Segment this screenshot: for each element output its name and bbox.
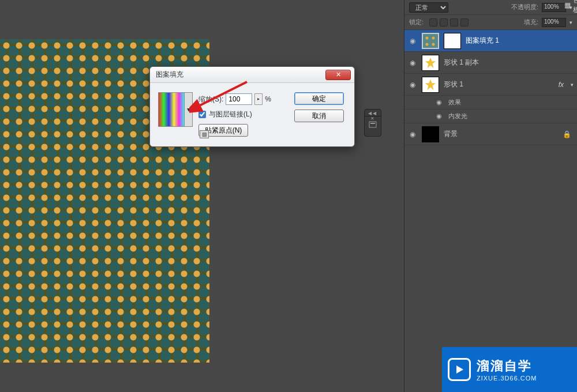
visibility-toggle[interactable]: ◉	[434, 99, 444, 106]
new-preset-icon[interactable]: ▧	[200, 130, 209, 138]
side-dock[interactable]: ◀◀ ✕	[364, 109, 381, 137]
svg-marker-4	[425, 79, 436, 89]
fx-expand-icon[interactable]: ▾	[571, 82, 574, 88]
layer-thumb[interactable]	[422, 33, 439, 49]
lock-all-icon[interactable]	[460, 18, 469, 27]
pattern-picker[interactable]: ▾	[158, 92, 193, 127]
layer-row[interactable]: ◉ 背景 🔒	[404, 123, 577, 145]
dialog-title: 图案填充	[156, 70, 183, 80]
effects-header[interactable]: ◉ 效果	[404, 96, 577, 110]
layer-name[interactable]: 形状 1	[444, 80, 554, 89]
swatches-icon: ▦	[564, 1, 571, 9]
layers-list: ◉ 图案填充 1 ◉ 形状 1 副本 ◉ 形状 1 fx ▾ ◉ 效果 ◉	[404, 30, 577, 145]
lock-position-icon[interactable]	[450, 18, 458, 27]
watermark-logo	[448, 358, 471, 381]
close-icon: ✕	[336, 71, 341, 78]
link-with-layer-label: 与图层链接(L)	[209, 110, 252, 119]
link-with-layer-row[interactable]: 与图层链接(L)	[198, 110, 288, 119]
panel-side-label: 色板	[573, 0, 577, 15]
fill-chevron-icon[interactable]: ▾	[569, 20, 572, 25]
effect-item[interactable]: ◉ 内发光	[404, 110, 577, 123]
link-with-layer-checkbox[interactable]	[198, 111, 206, 118]
lock-pixels-icon[interactable]	[440, 18, 448, 27]
lock-icon: 🔒	[563, 130, 571, 138]
visibility-toggle[interactable]: ◉	[408, 81, 417, 89]
layer-name[interactable]: 形状 1 副本	[444, 58, 574, 67]
scale-input[interactable]	[226, 93, 252, 105]
dialog-titlebar[interactable]: 图案填充 ✕	[150, 67, 354, 83]
pattern-fill-dialog: 图案填充 ✕ ▾ 缩放(S): ▸ % 与图层链接(L) 贴紧原点(N)	[149, 66, 355, 147]
pattern-dropdown-button[interactable]: ▾	[184, 93, 192, 126]
fill-label: 填充:	[524, 18, 538, 27]
scale-unit: %	[265, 95, 271, 103]
scale-spinner[interactable]: ▸	[254, 93, 263, 105]
watermark: 溜溜自学 ZIXUE.3D66.COM	[442, 347, 577, 392]
svg-marker-3	[425, 57, 436, 67]
scale-row: 缩放(S): ▸ %	[198, 93, 288, 105]
watermark-url: ZIXUE.3D66.COM	[477, 375, 537, 382]
panel-side-tab[interactable]: ▦ 色板	[562, 0, 577, 10]
layer-row[interactable]: ◉ 形状 1 fx ▾	[404, 74, 577, 96]
svg-marker-5	[456, 365, 463, 374]
dock-collapse[interactable]: ◀◀ ✕	[365, 111, 381, 116]
fx-badge[interactable]: fx	[559, 81, 564, 89]
canvas-area	[0, 0, 394, 392]
layer-name[interactable]: 图案填充 1	[466, 36, 574, 46]
panel-top-row: 正常 不透明度: 100% ▾	[404, 0, 577, 15]
layer-row[interactable]: ◉ 图案填充 1	[404, 30, 577, 52]
visibility-toggle[interactable]: ◉	[408, 37, 417, 45]
effects-label: 效果	[448, 98, 461, 107]
blend-mode-select[interactable]: 正常	[409, 2, 448, 13]
effect-name: 内发光	[448, 112, 467, 120]
lock-label: 锁定:	[409, 18, 424, 27]
lock-buttons	[429, 18, 469, 27]
layer-mask-thumb[interactable]	[444, 33, 461, 49]
visibility-toggle[interactable]: ◉	[408, 130, 417, 138]
scale-label: 缩放(S):	[198, 95, 223, 104]
layer-thumb[interactable]	[422, 55, 439, 71]
layer-row[interactable]: ◉ 形状 1 副本	[404, 52, 577, 74]
visibility-toggle[interactable]: ◉	[408, 59, 417, 67]
layer-name[interactable]: 背景	[444, 129, 558, 139]
layer-thumb[interactable]	[422, 126, 439, 142]
panel-lock-row: 锁定: 填充: 100% ▾	[404, 15, 577, 30]
layer-thumb[interactable]	[422, 77, 439, 93]
cancel-button[interactable]: 取消	[294, 110, 344, 122]
chevron-down-icon: ▾	[187, 105, 190, 114]
ok-button[interactable]: 确定	[294, 92, 344, 105]
opacity-label: 不透明度:	[511, 3, 538, 12]
fill-input[interactable]: 100%	[542, 18, 566, 27]
dock-icon[interactable]	[365, 120, 381, 129]
lock-transparent-icon[interactable]	[429, 18, 437, 27]
dialog-close-button[interactable]: ✕	[325, 70, 351, 80]
visibility-toggle[interactable]: ◉	[434, 112, 444, 120]
svg-rect-0	[369, 122, 376, 127]
svg-rect-1	[370, 123, 375, 124]
watermark-title: 溜溜自学	[477, 357, 537, 375]
layers-panel: ▦ 色板 正常 不透明度: 100% ▾ 锁定: 填充: 100% ▾ ◉ 图案…	[404, 0, 577, 392]
pattern-swatch	[159, 93, 184, 126]
